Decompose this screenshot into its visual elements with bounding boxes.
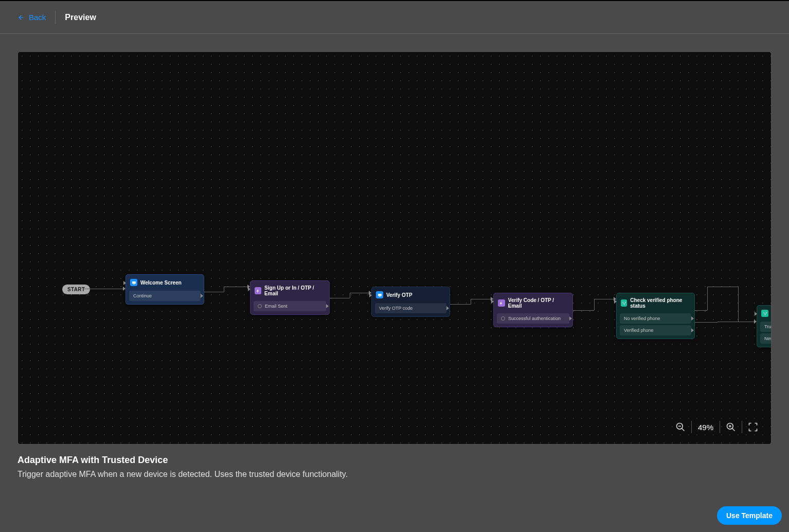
- node-output[interactable]: No verified phone: [620, 313, 691, 324]
- output-port-icon[interactable]: [691, 316, 694, 321]
- output-port-icon[interactable]: [326, 304, 329, 308]
- output-port-icon[interactable]: [201, 294, 203, 298]
- template-title: Adaptive MFA with Trusted Device: [17, 455, 348, 466]
- edge: [707, 287, 708, 310]
- node-header: Check verified phone status: [620, 296, 691, 312]
- output-label: Verify OTP code: [379, 306, 413, 311]
- zoom-in-icon: [726, 422, 736, 432]
- svg-line-14: [732, 429, 735, 431]
- node-title: Verify Code / OTP / Email: [508, 297, 568, 309]
- node-title: Check verified phone status: [630, 297, 690, 309]
- branch-icon: [761, 310, 768, 317]
- zoom-out-button[interactable]: [673, 419, 688, 435]
- edge: [224, 287, 247, 287]
- fullscreen-icon: [748, 422, 758, 432]
- node-output[interactable]: Email Sent: [254, 301, 326, 311]
- flow-node-verifyotp[interactable]: Verify OTPVerify OTP code: [371, 287, 450, 317]
- edge: [450, 304, 471, 305]
- node-title: Sign Up or In / OTP / Email: [264, 285, 325, 296]
- output-label: Trusted: [764, 324, 772, 329]
- edge: [594, 299, 595, 310]
- svg-point-5: [625, 302, 626, 303]
- node-output[interactable]: Verify OTP code: [375, 303, 446, 313]
- edge: [707, 287, 738, 287]
- edge: [738, 287, 739, 322]
- arrow-icon: [491, 297, 493, 301]
- start-node[interactable]: START: [62, 285, 90, 294]
- separator: [742, 421, 742, 433]
- back-label: Back: [29, 13, 46, 22]
- edge: [204, 292, 224, 292]
- page-title: Preview: [65, 13, 96, 22]
- svg-rect-2: [378, 293, 382, 296]
- edge: [224, 287, 224, 292]
- flow-node-checkdevice[interactable]: Check DTrustedNew Device: [757, 305, 772, 347]
- edge: [471, 299, 471, 304]
- output-port-icon[interactable]: [691, 328, 694, 332]
- bolt-icon: [255, 287, 261, 294]
- arrow-icon: [247, 285, 250, 289]
- node-header: Verify OTP: [375, 290, 446, 302]
- separator: [691, 421, 692, 433]
- flow-node-welcome[interactable]: Welcome ScreenContinue: [125, 274, 204, 305]
- arrow-icon: [614, 297, 616, 301]
- arrow-icon: [369, 291, 371, 295]
- output-label: Verified phone: [624, 328, 654, 333]
- node-header: Check D: [760, 309, 772, 320]
- arrow-icon: [123, 287, 125, 291]
- node-header: Sign Up or In / OTP / Email: [254, 284, 326, 299]
- output-port-icon[interactable]: [569, 316, 572, 321]
- edge: [695, 322, 718, 323]
- back-button[interactable]: Back: [17, 11, 56, 24]
- output-port-icon[interactable]: [446, 306, 449, 310]
- edge: [695, 310, 707, 311]
- status-dot-icon: [258, 304, 262, 308]
- svg-point-6: [623, 304, 624, 305]
- header: Back Preview: [0, 0, 789, 34]
- branch-icon: [621, 299, 627, 307]
- edge: [330, 298, 350, 298]
- screen-icon: [130, 279, 137, 286]
- zoom-in-button[interactable]: [723, 419, 739, 435]
- bolt-icon: [498, 299, 505, 307]
- flow-node-verifycode[interactable]: Verify Code / OTP / EmailSuccessful auth…: [493, 293, 573, 327]
- arrow-left-icon: [17, 14, 25, 21]
- flow-node-checkphone[interactable]: Check verified phone statusNo verified p…: [616, 293, 695, 339]
- flow-node-signup[interactable]: Sign Up or In / OTP / EmailEmail Sent: [250, 280, 330, 315]
- node-output[interactable]: New Device: [760, 333, 772, 344]
- status-dot-icon: [501, 316, 505, 321]
- output-label: New Device: [764, 336, 772, 341]
- svg-rect-0: [132, 281, 136, 283]
- input-port-icon[interactable]: [123, 281, 126, 285]
- edge: [350, 293, 350, 298]
- edge: [718, 322, 754, 322]
- node-output[interactable]: Trusted: [760, 322, 772, 332]
- flow-layer: STARTWelcome ScreenContinueSign Up or In…: [18, 52, 771, 444]
- node-output[interactable]: Continue: [129, 291, 201, 301]
- screen-icon: [376, 291, 383, 298]
- svg-point-9: [764, 314, 765, 315]
- separator: [720, 421, 720, 433]
- output-label: Continue: [133, 293, 152, 298]
- node-output[interactable]: Successful authentication: [497, 313, 569, 324]
- zoom-controls: 49%: [671, 417, 763, 437]
- node-header: Welcome Screen: [129, 278, 201, 289]
- zoom-percent: 49%: [695, 423, 716, 432]
- fit-screen-button[interactable]: [745, 419, 761, 435]
- edge: [594, 299, 614, 299]
- svg-point-4: [622, 302, 623, 303]
- template-info: Adaptive MFA with Trusted Device Trigger…: [17, 455, 348, 479]
- edge: [350, 293, 369, 293]
- input-port-icon[interactable]: [755, 312, 757, 316]
- output-label: Email Sent: [265, 304, 288, 309]
- node-header: Verify Code / OTP / Email: [497, 296, 569, 312]
- flow-canvas[interactable]: STARTWelcome ScreenContinueSign Up or In…: [17, 51, 772, 445]
- output-label: No verified phone: [624, 316, 660, 321]
- use-template-button[interactable]: Use Template: [717, 506, 782, 525]
- edge: [573, 310, 594, 311]
- output-label: Successful authentication: [508, 316, 561, 321]
- arrow-icon: [754, 320, 757, 324]
- edge: [471, 299, 491, 299]
- svg-point-7: [763, 312, 764, 313]
- node-output[interactable]: Verified phone: [620, 325, 691, 335]
